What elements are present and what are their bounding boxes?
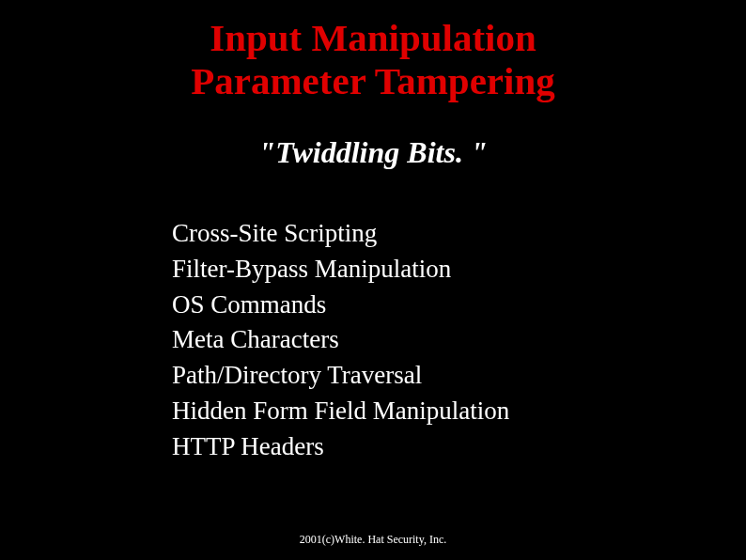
list-item: Meta Characters [172,322,509,358]
slide: Input Manipulation Parameter Tampering "… [0,0,746,560]
slide-title: Input Manipulation Parameter Tampering [0,17,746,103]
list-item: HTTP Headers [172,429,509,465]
list-item: Cross-Site Scripting [172,216,509,252]
slide-subtitle: "Twiddling Bits. " [0,135,746,170]
topic-list: Cross-Site Scripting Filter-Bypass Manip… [172,216,509,465]
copyright-footer: 2001(c)White. Hat Security, Inc. [0,533,746,547]
list-item: Hidden Form Field Manipulation [172,394,509,429]
list-item: Filter-Bypass Manipulation [172,252,509,288]
list-item: Path/Directory Traversal [172,358,509,394]
list-item: OS Commands [172,288,509,323]
